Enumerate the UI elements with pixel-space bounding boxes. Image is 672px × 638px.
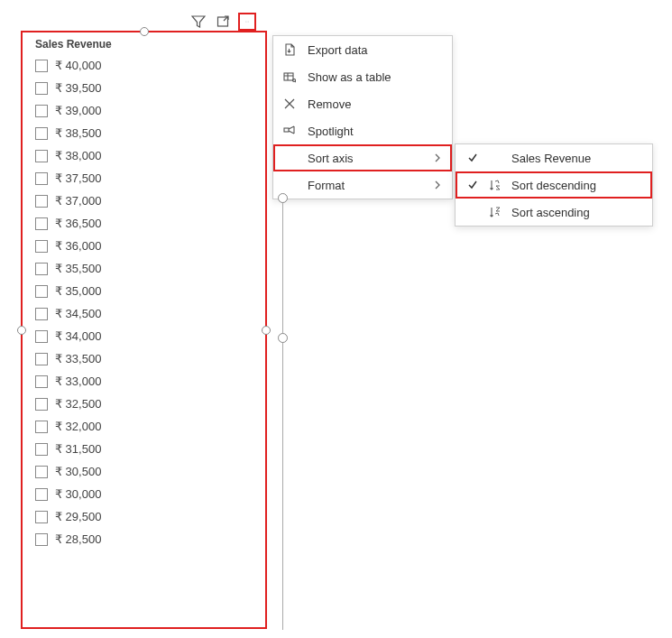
- slicer-item-label: ₹ 34,000: [55, 329, 101, 343]
- blank-icon: [488, 151, 502, 165]
- checkbox-icon[interactable]: [35, 127, 48, 140]
- slicer-item[interactable]: ₹ 29,500: [33, 505, 258, 528]
- checkbox-icon[interactable]: [35, 421, 48, 433]
- sort-axis-submenu: Sales Revenue Sort descending Sort ascen…: [455, 143, 653, 227]
- checkbox-icon[interactable]: [35, 82, 48, 95]
- more-options-icon[interactable]: [238, 13, 256, 31]
- menu-item-label: Spotlight: [308, 125, 443, 138]
- focus-mode-icon[interactable]: [215, 13, 233, 31]
- svg-point-2: [247, 22, 248, 23]
- checkbox-icon[interactable]: [35, 150, 48, 162]
- checkbox-icon[interactable]: [35, 443, 48, 456]
- slicer-item-label: ₹ 29,500: [55, 510, 101, 523]
- sort-descending-icon: [488, 178, 502, 192]
- checkbox-icon[interactable]: [35, 195, 48, 208]
- checkbox-icon[interactable]: [35, 330, 48, 343]
- checkbox-icon[interactable]: [35, 217, 48, 230]
- menu-item-remove[interactable]: Remove: [273, 90, 452, 117]
- checkbox-icon[interactable]: [35, 60, 48, 72]
- slicer-item[interactable]: ₹ 32,000: [33, 415, 258, 438]
- slicer-item[interactable]: ₹ 34,000: [33, 325, 258, 347]
- checkbox-icon[interactable]: [35, 533, 48, 546]
- slicer-item-label: ₹ 32,500: [55, 397, 101, 411]
- spotlight-icon: [282, 124, 297, 138]
- menu-item-spotlight[interactable]: Spotlight: [273, 117, 452, 144]
- menu-item-label: Show as a table: [308, 70, 443, 84]
- checkbox-icon[interactable]: [35, 263, 48, 275]
- slicer-item[interactable]: ₹ 37,500: [33, 167, 258, 190]
- handle-circle: [278, 193, 288, 203]
- sort-ascending-icon: [488, 205, 502, 219]
- blank-icon: [282, 178, 297, 192]
- submenu-item-label: Sort ascending: [511, 206, 641, 219]
- check-icon: [466, 180, 479, 190]
- connector-line: [278, 193, 289, 630]
- resize-handle[interactable]: [17, 326, 26, 335]
- visual-header-toolbar: [189, 13, 256, 31]
- slicer-item[interactable]: ₹ 38,500: [33, 122, 258, 144]
- checkbox-icon[interactable]: [35, 488, 48, 501]
- menu-item-label: Export data: [308, 43, 443, 57]
- checkbox-icon[interactable]: [35, 105, 48, 117]
- checkbox-icon[interactable]: [35, 172, 48, 185]
- slicer-item-label: ₹ 39,500: [55, 81, 101, 95]
- svg-point-1: [245, 22, 246, 23]
- slicer-item-label: ₹ 35,500: [55, 262, 101, 275]
- menu-item-sort-axis[interactable]: Sort axis: [273, 144, 452, 171]
- resize-handle[interactable]: [262, 326, 271, 335]
- slicer-item[interactable]: ₹ 30,000: [33, 483, 258, 505]
- slicer-item[interactable]: ₹ 37,000: [33, 190, 258, 212]
- slicer-item[interactable]: ₹ 35,500: [33, 257, 258, 280]
- slicer-item-label: ₹ 37,500: [55, 171, 101, 185]
- slicer-item[interactable]: ₹ 39,000: [33, 99, 258, 122]
- slicer-item[interactable]: ₹ 32,500: [33, 393, 258, 415]
- slicer-visual-frame: Sales Revenue ₹ 40,000 ₹ 39,500 ₹ 39,000…: [21, 31, 267, 629]
- slicer-item[interactable]: ₹ 36,500: [33, 212, 258, 235]
- slicer-item-label: ₹ 31,500: [55, 442, 101, 456]
- checkbox-icon[interactable]: [35, 353, 48, 365]
- slicer-item[interactable]: ₹ 38,000: [33, 144, 258, 167]
- svg-rect-4: [284, 73, 293, 80]
- slicer-item-label: ₹ 36,500: [55, 217, 101, 230]
- slicer-item[interactable]: ₹ 33,000: [33, 370, 258, 393]
- checkbox-icon[interactable]: [35, 466, 48, 478]
- slicer-item[interactable]: ₹ 36,000: [33, 235, 258, 257]
- submenu-item-sort-descending[interactable]: Sort descending: [456, 171, 652, 199]
- check-icon: [466, 153, 479, 163]
- chevron-right-icon: [432, 180, 443, 190]
- checkbox-icon[interactable]: [35, 285, 48, 298]
- handle-circle: [278, 333, 288, 343]
- checkbox-icon[interactable]: [35, 240, 48, 253]
- slicer-item[interactable]: ₹ 40,000: [33, 54, 258, 77]
- checkbox-icon[interactable]: [35, 511, 48, 523]
- slicer-item[interactable]: ₹ 31,500: [33, 438, 258, 460]
- submenu-item-sort-ascending[interactable]: Sort ascending: [456, 199, 652, 226]
- slicer-item-label: ₹ 39,000: [55, 104, 101, 117]
- slicer-item-label: ₹ 33,000: [55, 374, 101, 388]
- slicer-item-label: ₹ 28,500: [55, 532, 101, 546]
- slicer-item[interactable]: ₹ 39,500: [33, 77, 258, 99]
- filter-icon[interactable]: [189, 13, 207, 31]
- submenu-item-label: Sort descending: [511, 179, 641, 192]
- context-menu: Export data Show as a table Remove Spotl…: [272, 35, 453, 199]
- menu-item-export-data[interactable]: Export data: [273, 36, 452, 63]
- menu-item-show-as-table[interactable]: Show as a table: [273, 63, 452, 90]
- menu-item-label: Sort axis: [308, 152, 421, 165]
- slicer-item[interactable]: ₹ 33,500: [33, 347, 258, 370]
- menu-item-label: Remove: [308, 97, 443, 111]
- slicer-item[interactable]: ₹ 35,000: [33, 280, 258, 302]
- submenu-item-sales-revenue[interactable]: Sales Revenue: [456, 144, 652, 171]
- checkbox-icon[interactable]: [35, 375, 48, 388]
- menu-item-format[interactable]: Format: [273, 171, 452, 199]
- slicer-item[interactable]: ₹ 28,500: [33, 528, 258, 550]
- checkbox-icon[interactable]: [35, 398, 48, 411]
- blank-icon: [282, 151, 297, 165]
- slicer-item-label: ₹ 36,000: [55, 239, 101, 253]
- slicer-item[interactable]: ₹ 34,500: [33, 302, 258, 325]
- slicer-item-label: ₹ 38,500: [55, 126, 101, 140]
- slicer-list: ₹ 40,000 ₹ 39,500 ₹ 39,000 ₹ 38,500 ₹ 38…: [23, 54, 265, 550]
- resize-handle[interactable]: [140, 27, 149, 36]
- slicer-item[interactable]: ₹ 30,500: [33, 460, 258, 483]
- checkbox-icon[interactable]: [35, 308, 48, 320]
- svg-rect-6: [284, 128, 289, 132]
